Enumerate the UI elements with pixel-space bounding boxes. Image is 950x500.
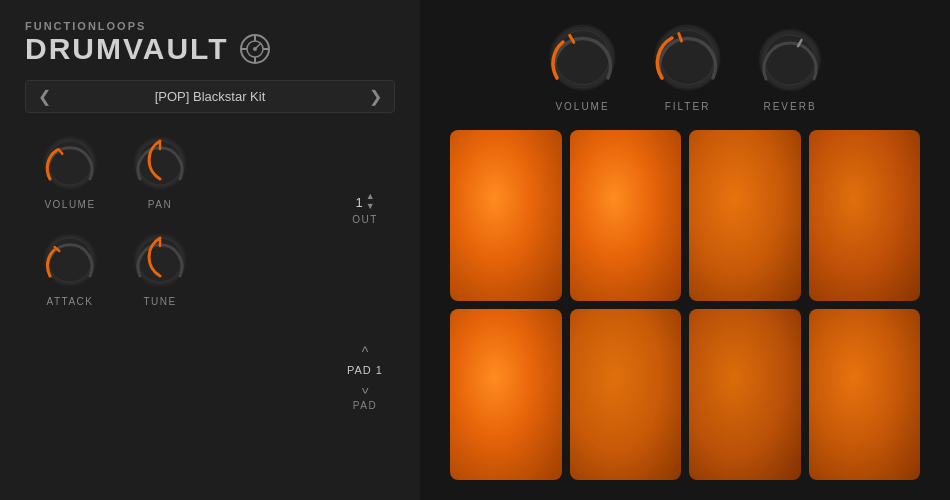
- pan-knob-group: PAN: [115, 133, 205, 210]
- knob-row-2: ATTACK TUNE: [25, 230, 335, 307]
- attack-knob-group: ATTACK: [25, 230, 115, 307]
- knob-row-1: VOLUME PAN: [25, 133, 335, 210]
- pad-2[interactable]: [570, 130, 682, 301]
- right-panel: VOLUME FILTER REVERB: [420, 0, 950, 500]
- filter-knob[interactable]: [650, 20, 725, 95]
- filter-group: FILTER: [650, 20, 725, 112]
- pad-up-button[interactable]: ^: [362, 344, 369, 360]
- pad-3[interactable]: [689, 130, 801, 301]
- master-volume-label: VOLUME: [555, 101, 609, 112]
- volume-knob[interactable]: [40, 133, 100, 193]
- attack-knob-label: ATTACK: [47, 296, 94, 307]
- knob-rows: VOLUME PAN: [25, 133, 335, 480]
- filter-label: FILTER: [665, 101, 711, 112]
- reverb-group: REVERB: [755, 25, 825, 112]
- output-number: 1: [355, 195, 362, 210]
- tune-knob-label: TUNE: [143, 296, 176, 307]
- tune-knob[interactable]: [130, 230, 190, 290]
- reverb-knob[interactable]: [755, 25, 825, 95]
- pan-knob-label: PAN: [148, 199, 172, 210]
- pad-label: PAD: [353, 400, 377, 411]
- master-volume-group: VOLUME: [545, 20, 620, 112]
- prev-preset-button[interactable]: ❮: [38, 87, 51, 106]
- master-volume-knob[interactable]: [545, 20, 620, 95]
- brand-top: FUNCTIONLOOPS: [25, 20, 395, 32]
- logo-icon: [239, 33, 271, 65]
- pan-knob[interactable]: [130, 133, 190, 193]
- attack-knob[interactable]: [40, 230, 100, 290]
- left-panel: FUNCTIONLOOPS DRUMVAULT ❮ [POP] Blacksta…: [0, 0, 420, 500]
- reverb-label: REVERB: [763, 101, 816, 112]
- brand-text: DRUMVAULT: [25, 32, 229, 66]
- volume-knob-label: VOLUME: [44, 199, 95, 210]
- preset-name: [POP] Blackstar Kit: [63, 89, 357, 104]
- pad-6[interactable]: [570, 309, 682, 480]
- svg-line-7: [255, 43, 261, 49]
- pads-grid: [450, 130, 920, 480]
- pad-name: PAD 1: [347, 364, 383, 376]
- tune-knob-group: TUNE: [115, 230, 205, 307]
- preset-navigator: ❮ [POP] Blackstar Kit ❯: [25, 80, 395, 113]
- controls-row: VOLUME PAN: [25, 133, 395, 480]
- pad-down-button[interactable]: ^: [362, 380, 369, 396]
- top-knobs: VOLUME FILTER REVERB: [450, 20, 920, 112]
- output-label: OUT: [352, 214, 378, 225]
- logo-area: FUNCTIONLOOPS DRUMVAULT: [25, 20, 395, 66]
- pad-section: ^ PAD 1 ^ PAD: [347, 344, 383, 411]
- output-down-arrow[interactable]: ▼: [366, 202, 375, 212]
- pad-7[interactable]: [689, 309, 801, 480]
- pad-1[interactable]: [450, 130, 562, 301]
- output-spinbox: 1 ▲ ▼ OUT: [352, 192, 378, 225]
- pad-8[interactable]: [809, 309, 921, 480]
- next-preset-button[interactable]: ❯: [369, 87, 382, 106]
- volume-knob-group: VOLUME: [25, 133, 115, 210]
- out-pad-controls: 1 ▲ ▼ OUT ^ PAD 1 ^ PAD: [335, 133, 395, 480]
- pad-5[interactable]: [450, 309, 562, 480]
- pad-4[interactable]: [809, 130, 921, 301]
- brand-main: DRUMVAULT: [25, 32, 395, 66]
